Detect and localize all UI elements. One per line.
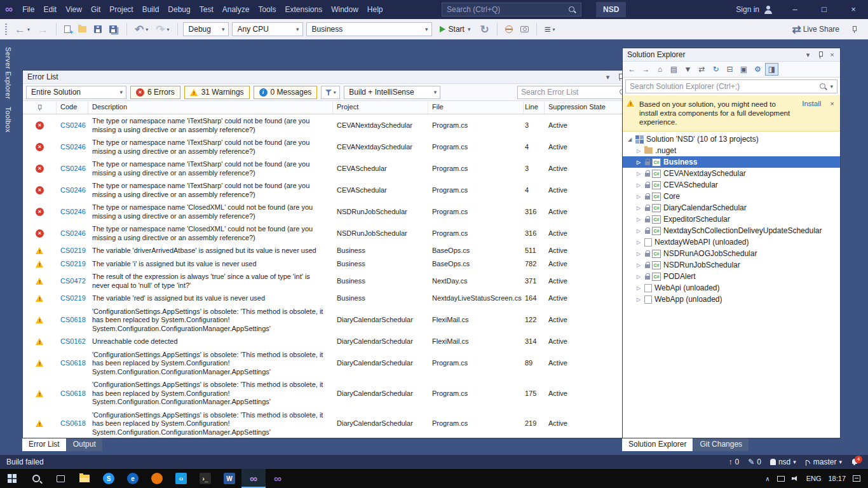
tree-item-webapp-unloaded[interactable]: ▷WebApp (unloaded) [623, 294, 840, 305]
close-icon[interactable]: × [827, 50, 837, 60]
menu-file[interactable]: File [18, 0, 39, 19]
hot-reload-icon[interactable]: ↻ [478, 23, 491, 36]
tree-item-nextdayschcollectiondeliveyupdateschedular[interactable]: ▷C#NextdaySchCollectionDeliveyUpdateSche… [623, 225, 840, 236]
expander-icon[interactable]: ▷ [635, 148, 642, 154]
taskbar-skype[interactable]: S [97, 469, 121, 488]
taskbar-edge[interactable]: e [121, 469, 145, 488]
branch-picker[interactable]: master ▾ [805, 458, 842, 466]
dock-tab-solution-explorer[interactable]: Solution Explorer [622, 438, 693, 451]
column-header-description[interactable]: Description [88, 101, 333, 114]
refresh-icon[interactable]: ↻ [709, 63, 722, 76]
error-code-link[interactable]: CS0618 [60, 359, 86, 367]
undo-icon[interactable]: ↶▾ [133, 23, 150, 36]
solution-configuration-dropdown[interactable]: Debug ▾ [183, 22, 229, 36]
show-all-files-icon[interactable]: ▣ [737, 63, 750, 76]
warnings-filter-button[interactable]: 31 Warnings [184, 86, 250, 99]
tree-item-nextdaywebapi-unloaded[interactable]: ▷NextdayWebAPI (unloaded) [623, 236, 840, 248]
error-list-row[interactable]: CS0219The variable 'driverArrivedAtbase'… [23, 244, 631, 257]
save-icon[interactable] [92, 24, 104, 34]
web-browser-icon[interactable] [503, 24, 515, 34]
tree-item-podalert[interactable]: ▷C#PODAlert [623, 271, 840, 282]
menu-help[interactable]: Help [363, 0, 388, 19]
tree-item-webapi-unloaded[interactable]: ▷WebApi (unloaded) [623, 282, 840, 294]
error-code-link[interactable]: CS0219 [60, 260, 86, 268]
show-hidden-icons-button[interactable]: ∧ [765, 475, 770, 482]
tree-item-cevaschedular[interactable]: ▷C#CEVASchedular [623, 179, 840, 191]
dock-tab-git-changes[interactable]: Git Changes [693, 438, 749, 451]
taskbar-search[interactable] [24, 469, 48, 488]
error-list-row[interactable]: CS0219The variable 'red' is assigned but… [23, 292, 631, 305]
error-list-row[interactable]: CS0219The variable 'i' is assigned but i… [23, 257, 631, 271]
close-icon[interactable]: × [828, 100, 836, 107]
expander-icon[interactable]: ▷ [635, 274, 642, 280]
error-code-link[interactable]: CS0246 [60, 229, 86, 237]
tree-item-core[interactable]: ▷C#Core [623, 191, 840, 202]
build-intellisense-dropdown[interactable]: Build + IntelliSense ▾ [344, 86, 440, 99]
expander-icon[interactable]: ▷ [635, 240, 642, 245]
solution-explorer-search[interactable]: Search Solution Explorer (Ctrl+;) ▾ [625, 79, 837, 93]
dock-tab-output[interactable]: Output [67, 438, 102, 451]
error-list-row[interactable]: ×CS0246The type or namespace name 'Close… [23, 201, 631, 222]
menu-debug[interactable]: Debug [163, 0, 194, 19]
repository-picker[interactable]: nsd ▾ [770, 458, 796, 466]
open-file-icon[interactable] [76, 25, 88, 34]
error-list-row[interactable]: CS0472The result of the expression is al… [23, 270, 631, 292]
clock[interactable]: 18:17 [828, 475, 846, 482]
feedback-button[interactable] [849, 24, 859, 35]
menu-edit[interactable]: Edit [39, 0, 61, 19]
server-explorer-tab[interactable]: Server Explorer [4, 47, 12, 99]
error-list-row[interactable]: ×CS0246The type or namespace name 'iText… [23, 136, 631, 158]
error-code-link[interactable]: CS0618 [60, 419, 86, 427]
expander-icon[interactable]: ▷ [635, 251, 642, 257]
expander-icon[interactable]: ▷ [635, 194, 642, 200]
install-link[interactable]: Install [802, 100, 821, 107]
error-list-row[interactable]: ×CS0246The type or namespace name 'iText… [23, 179, 631, 201]
expander-icon[interactable]: ▷ [635, 171, 642, 177]
taskbar-start[interactable] [0, 469, 24, 488]
error-code-link[interactable]: CS0219 [60, 294, 86, 302]
properties-icon[interactable]: ⚙ [751, 63, 764, 76]
expander-icon[interactable]: ▷ [635, 217, 642, 222]
collapse-all-icon[interactable]: ⊟ [723, 63, 736, 76]
expander-icon[interactable]: ▷ [635, 159, 642, 165]
error-list-row[interactable]: CS0618'ConfigurationSettings.AppSettings… [23, 348, 631, 379]
error-list-row[interactable]: CS0618'ConfigurationSettings.AppSettings… [23, 378, 631, 409]
error-list-row[interactable]: ×CS0246The type or namespace name 'iText… [23, 114, 631, 136]
tree-item-nuget[interactable]: ▷.nuget [623, 145, 840, 156]
error-code-link[interactable]: CS0618 [60, 316, 86, 323]
menu-test[interactable]: Test [195, 0, 218, 19]
commits-ahead-indicator[interactable]: ↑ 0 [728, 458, 739, 466]
preview-selected-items-icon[interactable]: ◨ [765, 63, 778, 76]
navigate-back-icon[interactable]: ←▾ [13, 23, 32, 36]
close-button[interactable]: × [839, 0, 868, 19]
error-list-row[interactable]: ×CS0246The type or namespace name 'iText… [23, 158, 631, 179]
solution-explorer-title-bar[interactable]: Solution Explorer ▾ × [623, 48, 840, 62]
taskbar-task-view[interactable] [48, 469, 72, 488]
pin-icon[interactable] [815, 50, 825, 60]
forward-icon[interactable]: → [639, 63, 653, 76]
column-header-suppression-state[interactable]: Suppression State [545, 101, 631, 114]
language-indicator[interactable]: ENG [806, 475, 822, 482]
pin-column-header[interactable] [23, 101, 57, 114]
expander-icon[interactable]: ▷ [635, 228, 642, 234]
sync-with-active-document-icon[interactable]: ⇄ [695, 63, 709, 76]
menu-git[interactable]: Git [86, 0, 105, 19]
menu-window[interactable]: Window [327, 0, 363, 19]
speaker-icon[interactable] [792, 475, 799, 482]
redo-icon[interactable]: ↷▾ [154, 23, 171, 36]
column-header-code[interactable]: Code [57, 101, 88, 114]
navigate-forward-icon[interactable]: → [36, 23, 50, 36]
menu-view[interactable]: View [61, 0, 86, 19]
menu-tools[interactable]: Tools [254, 0, 280, 19]
uncommitted-changes-indicator[interactable]: ✎ 0 [748, 458, 761, 466]
error-code-link[interactable]: CS0472 [60, 277, 86, 285]
expander-icon[interactable]: ◢ [627, 137, 633, 142]
home-icon[interactable]: ⌂ [653, 63, 667, 76]
scope-filter-dropdown[interactable]: Entire Solution ▾ [26, 86, 126, 99]
tree-item-nsdrunjobschedular[interactable]: ▷C#NSDRunJobSchedular [623, 259, 840, 271]
new-project-icon[interactable] [62, 24, 72, 34]
window-position-icon[interactable]: ▾ [803, 50, 813, 60]
errors-filter-button[interactable]: × 6 Errors [130, 86, 180, 99]
dock-tab-error-list[interactable]: Error List [22, 438, 66, 451]
error-list-search-input[interactable] [521, 88, 616, 97]
